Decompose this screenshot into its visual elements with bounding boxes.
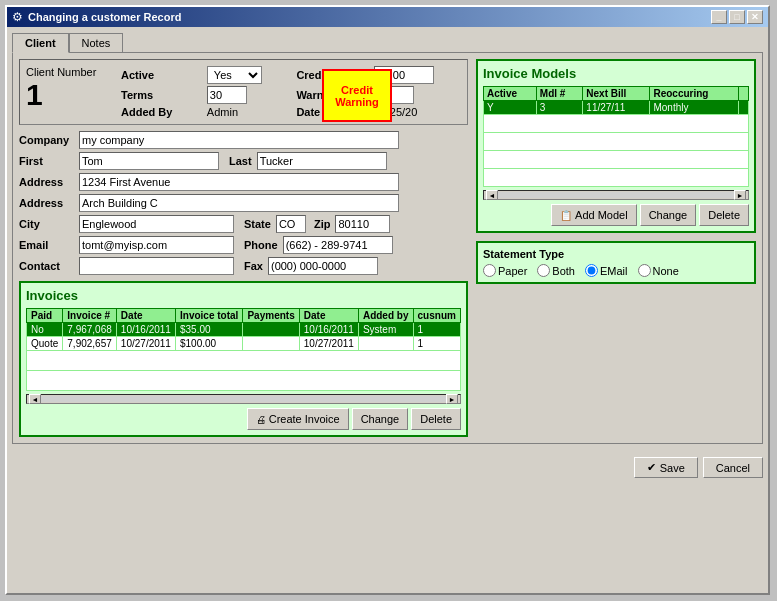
invoices-section: Invoices Paid Invoice # Date Invoice tot… (19, 281, 468, 437)
models-delete-button[interactable]: Delete (699, 204, 749, 226)
contact-input[interactable] (79, 257, 234, 275)
table-row (484, 169, 749, 187)
minimize-button[interactable]: _ (711, 10, 727, 24)
models-btn-row: 📋 Add Model Change Delete (483, 204, 749, 226)
invoices-change-button[interactable]: Change (352, 408, 409, 430)
add-model-button[interactable]: 📋 Add Model (551, 204, 637, 226)
bottom-btn-row: ✔ Save Cancel (7, 452, 768, 483)
invoices-delete-button[interactable]: Delete (411, 408, 461, 430)
col-mdl: Mdl # (536, 87, 582, 101)
row-date: 10/27/2011 (116, 337, 175, 351)
fax-input[interactable] (268, 257, 378, 275)
table-row[interactable]: No 7,967,068 10/16/2011 $35.00 10/16/201… (27, 323, 461, 337)
col-extra (738, 87, 748, 101)
save-icon: ✔ (647, 461, 656, 474)
invoices-btn-row: 🖨 Create Invoice Change Delete (26, 408, 461, 430)
radio-paper-input[interactable] (483, 264, 496, 277)
active-select[interactable]: Yes No (207, 66, 262, 84)
last-label: Last (229, 155, 252, 167)
tab-client[interactable]: Client (12, 33, 69, 53)
radio-both-label: Both (552, 265, 575, 277)
col-nextbill: Next Bill (583, 87, 650, 101)
invoices-title: Invoices (26, 288, 461, 303)
email-input[interactable] (79, 236, 234, 254)
row-invoice: 7,967,068 (63, 323, 117, 337)
email-row: Email Phone (19, 236, 468, 254)
row-paid: No (27, 323, 63, 337)
first-input[interactable] (79, 152, 219, 170)
first-label: First (19, 155, 74, 167)
statement-type-panel: Statement Type Paper Both EMail (476, 241, 756, 284)
scroll-right-btn[interactable]: ► (446, 394, 458, 404)
right-column: Invoice Models Active Mdl # Next Bill Re… (476, 59, 756, 437)
state-label: State (244, 218, 271, 230)
zip-input[interactable] (335, 215, 390, 233)
row-date: 10/16/2011 (116, 323, 175, 337)
tab-notes[interactable]: Notes (69, 33, 124, 53)
save-button[interactable]: ✔ Save (634, 457, 698, 478)
row-date2: 10/16/2011 (299, 323, 358, 337)
zip-label: Zip (314, 218, 331, 230)
scroll-left-btn[interactable]: ◄ (29, 394, 41, 404)
address2-input[interactable] (79, 194, 399, 212)
last-input[interactable] (257, 152, 387, 170)
col-reoccuring: Reoccuring (650, 87, 739, 101)
table-row[interactable]: Quote 7,902,657 10/27/2011 $100.00 10/27… (27, 337, 461, 351)
client-meta: Active Yes No Credit Terms Warning (121, 66, 461, 118)
client-number-value: 1 (26, 78, 106, 111)
row-total: $35.00 (176, 323, 243, 337)
table-row[interactable]: Y 3 11/27/11 Monthly (484, 101, 749, 115)
radio-email[interactable]: EMail (585, 264, 628, 277)
address1-input[interactable] (79, 173, 399, 191)
radio-paper[interactable]: Paper (483, 264, 527, 277)
col-active: Active (484, 87, 537, 101)
active-label: Active (121, 69, 199, 81)
row-paid: Quote (27, 337, 63, 351)
radio-none[interactable]: None (638, 264, 679, 277)
credit-warning: Credit Warning (322, 69, 392, 122)
scroll-left-btn[interactable]: ◄ (486, 190, 498, 200)
row-date2: 10/27/2011 (299, 337, 358, 351)
row-payments (243, 337, 299, 351)
cancel-button[interactable]: Cancel (703, 457, 763, 478)
company-row: Company (19, 131, 468, 149)
row-invoice: 7,902,657 (63, 337, 117, 351)
col-total: Invoice total (176, 309, 243, 323)
contact-label: Contact (19, 260, 74, 272)
invoices-scrollbar[interactable]: ◄ ► (26, 394, 461, 404)
city-row: City State Zip (19, 215, 468, 233)
client-info-box: Client Number 1 Active Yes No Credit (19, 59, 468, 125)
address1-label: Address (19, 176, 74, 188)
radio-paper-label: Paper (498, 265, 527, 277)
radio-both[interactable]: Both (537, 264, 575, 277)
phone-input[interactable] (283, 236, 393, 254)
col-cusnum: cusnum (413, 309, 460, 323)
row-cusnum: 1 (413, 323, 460, 337)
client-number-block: Client Number 1 (26, 66, 106, 111)
terms-input[interactable] (207, 86, 247, 104)
invoice-models-panel: Invoice Models Active Mdl # Next Bill Re… (476, 59, 756, 233)
scroll-right-btn[interactable]: ► (734, 190, 746, 200)
radio-email-input[interactable] (585, 264, 598, 277)
radio-both-input[interactable] (537, 264, 550, 277)
city-input[interactable] (79, 215, 234, 233)
state-input[interactable] (276, 215, 306, 233)
company-label: Company (19, 134, 74, 146)
name-row: First Last (19, 152, 468, 170)
row-total: $100.00 (176, 337, 243, 351)
models-scrollbar[interactable]: ◄ ► (483, 190, 749, 200)
create-invoice-button[interactable]: 🖨 Create Invoice (247, 408, 349, 430)
table-row (484, 115, 749, 133)
close-button[interactable]: ✕ (747, 10, 763, 24)
col-paid: Paid (27, 309, 63, 323)
scroll-track (41, 396, 446, 402)
company-input[interactable] (79, 131, 399, 149)
maximize-button[interactable]: □ (729, 10, 745, 24)
main-window: ⚙ Changing a customer Record _ □ ✕ Clien… (5, 5, 770, 595)
col-date: Date (116, 309, 175, 323)
table-row (484, 151, 749, 169)
models-change-button[interactable]: Change (640, 204, 697, 226)
radio-none-input[interactable] (638, 264, 651, 277)
col-date2: Date (299, 309, 358, 323)
fax-label: Fax (244, 260, 263, 272)
